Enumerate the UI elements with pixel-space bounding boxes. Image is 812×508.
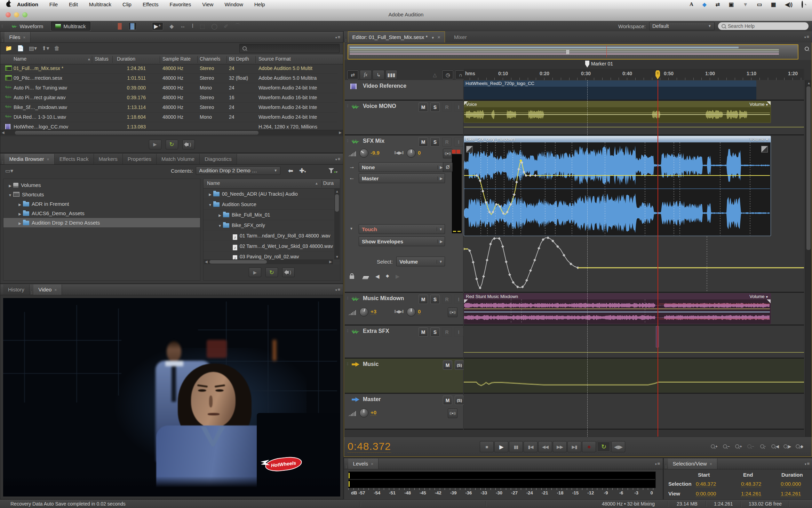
marker-lane[interactable]: Marker 01 [344, 60, 812, 69]
insert-into-multitrack-icon[interactable]: ⬆▾ [42, 45, 49, 52]
spotlight-icon[interactable] [802, 1, 803, 7]
sends-button[interactable]: ((●)) [443, 149, 453, 158]
extra-sfx-envelope-line[interactable] [464, 352, 804, 353]
files-column-headers[interactable]: Name▲ Status Duration Sample Rate Channe… [0, 54, 343, 64]
file-row[interactable]: DIA Red… 1-3-10.L.wav 1:18.604 48000 Hz … [0, 112, 337, 122]
navigator-zoom-icon[interactable] [805, 46, 809, 52]
tab-diagnostics[interactable]: Diagnostics [200, 154, 237, 164]
view-duration-value[interactable]: 1:24.261 [781, 491, 801, 497]
zoom-button[interactable]: ◀ [770, 442, 781, 451]
menu-window[interactable]: Window [219, 0, 248, 9]
file-row[interactable]: Auto Pi… for Tuning.wav 0:39.000 48000 H… [0, 83, 337, 93]
volume-value[interactable]: +0 [371, 409, 376, 416]
volume-icon[interactable]: ◀)) [785, 1, 793, 8]
mute-button[interactable]: M [443, 360, 452, 370]
pan-value[interactable]: 0 [418, 150, 421, 156]
navigator-handle[interactable] [566, 50, 570, 54]
minimize-window-button[interactable] [14, 12, 19, 17]
volume-knob[interactable] [359, 149, 368, 158]
media-list-item[interactable]: ♪01 Tarm…ndard_Dry_Roll_03 48000 .wav [204, 230, 340, 241]
fx-button[interactable]: fx [360, 70, 372, 80]
track-lane-video[interactable]: HotWheels_RedD_720p_logo_CC [464, 80, 804, 101]
view-start-value[interactable]: 0:00.000 [696, 491, 716, 497]
media-play-button[interactable]: ▶ [249, 267, 261, 277]
sends-button[interactable]: ((●)) [448, 408, 457, 418]
window-title-bar[interactable]: Adobe Audition [0, 9, 812, 21]
tab-match-volume[interactable]: Match Volume [157, 154, 200, 164]
automation-mode-dropdown[interactable]: Touch▼ [359, 224, 445, 234]
timer-icon[interactable]: ◷ [442, 70, 454, 80]
back-icon[interactable]: ⬅ [288, 167, 293, 174]
tab-history[interactable]: History [3, 284, 30, 295]
tab-files[interactable]: Files× [5, 32, 31, 42]
solo-button[interactable]: S [430, 137, 440, 147]
apple-menu-icon[interactable] [6, 2, 11, 7]
editor-panel-menu-icon[interactable]: ≡ [804, 34, 809, 39]
airplay-icon[interactable]: ▼ [743, 1, 748, 7]
clip-volume-label[interactable]: Volume [749, 136, 769, 143]
search-help-field[interactable]: Search Help [718, 22, 809, 30]
zoom-button[interactable]: + [709, 442, 720, 451]
media-list-item[interactable]: ▼Bike_SFX_only [204, 220, 340, 230]
tree-item[interactable]: ▶Audition Drop 2 Demo Assets [3, 218, 200, 227]
track-lane-music-mixdown[interactable]: Red Stunt Music Mixdown Volume [464, 293, 804, 326]
files-panel-menu-icon[interactable]: ≡ [335, 34, 340, 40]
transport-button[interactable]: ● [582, 441, 596, 452]
tree-item[interactable]: ▶Volumes [3, 180, 200, 190]
mute-button[interactable]: M [443, 396, 452, 405]
zoom-button[interactable]: · [757, 442, 769, 451]
routing-button[interactable]: ↳ [373, 70, 384, 80]
slip-tool[interactable]: ↔ [180, 23, 186, 29]
next-keyframe-icon[interactable]: ▶ [396, 273, 400, 280]
selview-panel-menu-icon[interactable]: ≡ [805, 461, 810, 466]
tab-levels[interactable]: Levels× [348, 459, 379, 469]
move-tool[interactable]: ▶⁺ [152, 22, 164, 30]
zoom-navigator[interactable] [344, 42, 812, 60]
battery-icon[interactable]: ▭ [757, 1, 762, 8]
menu-multitrack[interactable]: Multitrack [83, 0, 117, 9]
media-vertical-scrollbar[interactable]: ▲▼ [334, 189, 340, 259]
volume-knob[interactable] [359, 408, 368, 417]
multitrack-view-button[interactable]: Multitrack [51, 22, 90, 31]
menu-favorites[interactable]: Favorites [164, 0, 197, 9]
pan-knob[interactable] [407, 307, 416, 316]
trash-icon[interactable]: 🗑 [54, 45, 60, 52]
menu-file[interactable]: File [44, 0, 63, 9]
workspace-dropdown[interactable]: Default▼ [649, 22, 715, 30]
metronome-icon[interactable]: △ [429, 70, 441, 80]
track-header-extra-sfx[interactable]: ⁞⁞ Extra SFX M S R I [345, 326, 463, 359]
monitor-input-button[interactable]: I [454, 295, 463, 304]
keyboard-icon[interactable]: ▦ [771, 1, 776, 8]
track-header-master[interactable]: Master M (S) +0 ((●)) [345, 394, 463, 430]
add-shortcut-icon[interactable]: ✚▾ [299, 167, 306, 174]
levels-panel-menu-icon[interactable]: ≡ [655, 461, 660, 466]
selection-end-value[interactable]: 0:48.372 [741, 481, 761, 487]
transport-button[interactable]: ▶▮ [567, 441, 581, 452]
volume-value[interactable]: +3 [371, 308, 376, 315]
video-panel-menu-icon[interactable]: ≡ [335, 287, 340, 292]
monitor-input-button[interactable]: I [454, 137, 463, 147]
time-selection-tool[interactable]: I [192, 23, 193, 29]
file-row[interactable]: 09_Pitc…rrection.sesx 1:01.511 48000 Hz … [0, 73, 337, 83]
track-lane-extra-sfx[interactable] [464, 326, 804, 359]
playhead-pin[interactable] [655, 70, 660, 79]
transport-button[interactable]: ↻ [597, 441, 611, 452]
tab-mixer[interactable]: Mixer [450, 32, 471, 42]
monitor-input-button[interactable]: I [454, 102, 463, 112]
volume-value[interactable]: -9.9 [371, 150, 380, 156]
files-horizontal-scrollbar[interactable]: ◀▶ [0, 130, 343, 135]
tracks-vertical-scrollbar[interactable]: ▲ [805, 80, 812, 437]
selection-duration-value[interactable]: 0:00.000 [781, 481, 801, 487]
selection-start-value[interactable]: 0:48.372 [696, 481, 716, 487]
arm-record-button[interactable]: R [442, 295, 452, 304]
import-file-icon[interactable]: 📄 [17, 45, 24, 52]
tab-effects-rack[interactable]: Effects Rack [55, 154, 94, 164]
media-list-item[interactable]: ▶00_Needs_ADR (AU Tracks) Audio [204, 189, 340, 199]
track-header-music-mixdown[interactable]: ⁞⁞ Music Mixdown M S R I +3 ‖◀▶‖ 0 ( [345, 293, 463, 326]
media-loop-button[interactable]: ↻ [265, 267, 278, 277]
track-header-music-bus[interactable]: ⁞⁞ Music M (S) [345, 359, 463, 394]
music-clip[interactable]: Red Stunt Music Mixdown Volume [464, 293, 771, 324]
sfx-clip[interactable]: Bike_Sfx_only_mixdown Volume [464, 136, 771, 236]
zoom-window-button[interactable] [22, 12, 27, 17]
add-keyframe-icon[interactable]: ◆ [386, 273, 389, 278]
